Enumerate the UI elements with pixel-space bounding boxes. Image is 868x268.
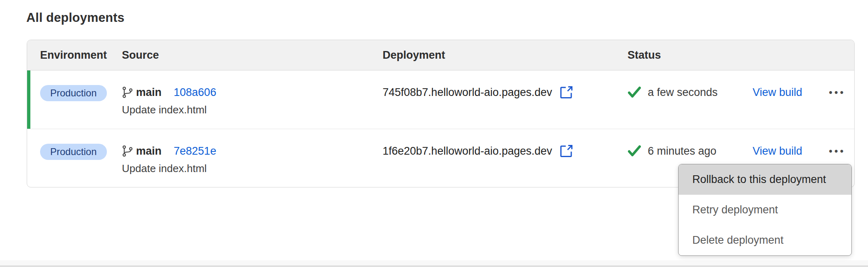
page-footer-band: [0, 260, 868, 266]
commit-message: Update index.html: [122, 162, 383, 175]
external-link-icon[interactable]: [559, 144, 574, 158]
commit-link[interactable]: 7e8251e: [174, 143, 216, 159]
menu-item-label: Retry deployment: [692, 204, 778, 216]
menu-item-label: Rollback to this deployment: [692, 173, 826, 186]
view-build-link[interactable]: View build: [753, 84, 802, 100]
environment-cell: Production: [40, 129, 122, 160]
row-actions-menu-button[interactable]: •••: [826, 143, 848, 159]
environment-badge: Production: [40, 85, 107, 101]
page-title: All deployments: [26, 11, 124, 25]
check-icon: [628, 145, 641, 157]
git-branch-icon: [122, 145, 133, 157]
table-header-row: Environment Source Deployment Status: [27, 40, 854, 70]
column-header-environment: Environment: [40, 49, 122, 62]
menu-item-label: Delete deployment: [692, 234, 783, 247]
column-header-source: Source: [122, 49, 383, 62]
menu-item-rollback[interactable]: Rollback to this deployment: [679, 164, 851, 195]
source-cell: main 108a606 Update index.html: [122, 70, 383, 117]
status-text: 6 minutes ago: [648, 143, 717, 159]
external-link-icon[interactable]: [559, 85, 574, 100]
deployment-cell: 745f08b7.helloworld-aio.pages.dev: [383, 70, 628, 100]
check-icon: [628, 86, 641, 98]
row-actions-menu-button[interactable]: •••: [826, 84, 848, 100]
status-cell: 6 minutes ago: [628, 129, 753, 159]
column-header-status: Status: [628, 49, 753, 62]
deployment-cell: 1f6e20b7.helloworld-aio.pages.dev: [383, 129, 628, 159]
menu-item-delete[interactable]: Delete deployment: [679, 225, 851, 255]
environment-cell: Production: [40, 70, 122, 101]
page-footer-divider: [0, 266, 868, 267]
status-text: a few seconds: [648, 84, 718, 100]
status-cell: a few seconds: [628, 70, 753, 100]
commit-message: Update index.html: [122, 103, 383, 117]
source-cell: main 7e8251e Update index.html: [122, 129, 383, 175]
table-row: Production main 108a606 Update index.htm…: [27, 70, 854, 129]
environment-badge: Production: [40, 144, 107, 160]
branch-name: main: [136, 143, 162, 159]
view-build-link[interactable]: View build: [753, 143, 802, 159]
branch-name: main: [136, 84, 162, 100]
deployment-url: 1f6e20b7.helloworld-aio.pages.dev: [383, 143, 552, 159]
git-branch-icon: [122, 86, 133, 98]
deployment-url: 745f08b7.helloworld-aio.pages.dev: [383, 84, 552, 100]
commit-link[interactable]: 108a606: [174, 84, 216, 100]
menu-item-retry[interactable]: Retry deployment: [679, 195, 851, 225]
row-actions-context-menu: Rollback to this deployment Retry deploy…: [678, 164, 852, 256]
column-header-deployment: Deployment: [383, 49, 628, 62]
